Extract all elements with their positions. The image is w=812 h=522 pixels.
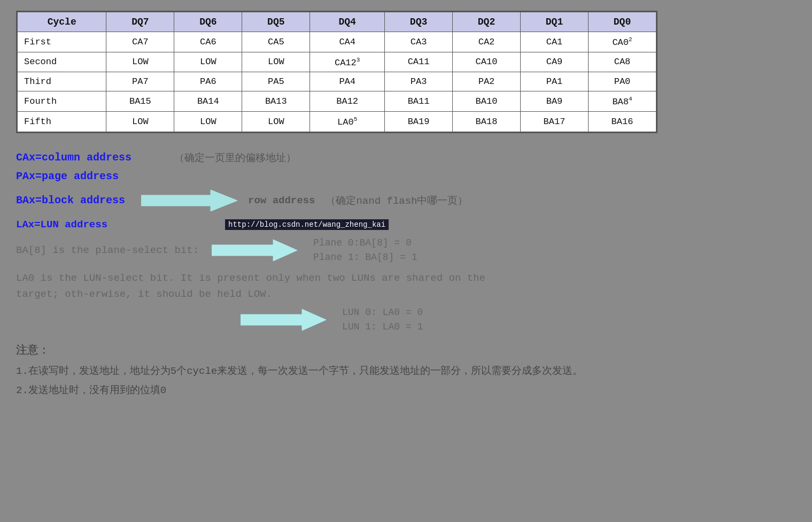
cell-dq3-3: PA3 (385, 72, 453, 91)
cell-dq4-3: PA4 (310, 72, 385, 91)
cell-dq3-5: BA19 (385, 111, 453, 132)
cell-dq0-1: CA02 (589, 32, 656, 52)
lun-info: LUN 0: LA0 = 0 LUN 1: LA0 = 1 (342, 305, 423, 334)
cell-dq0-5: BA16 (589, 111, 656, 132)
col-dq7: DQ7 (106, 12, 174, 32)
cell-dq1-5: BA17 (521, 111, 589, 132)
col-dq1: DQ1 (521, 12, 589, 32)
notes-title: 注意： (16, 342, 796, 360)
ca-chinese: （确定一页里的偏移地址） (174, 151, 296, 165)
la-legend-line: LAx=LUN address http://blog.csdn.net/wan… (16, 219, 796, 231)
col-dq0: DQ0 (589, 12, 656, 32)
cell-dq6-4: BA14 (174, 91, 242, 112)
cell-dq3-4: BA11 (385, 91, 453, 112)
cell-dq0-2: CA8 (589, 52, 656, 72)
cell-dq2-3: PA2 (453, 72, 521, 91)
row-address-label: row address (248, 195, 315, 206)
cell-dq6-3: PA6 (174, 72, 242, 91)
ba-legend-line: BAx=block address row address （确定nand fl… (16, 188, 796, 213)
cell-dq7-1: CA7 (106, 32, 174, 52)
cell-dq1-3: PA1 (521, 72, 589, 91)
plane-info: Plane 0:BA[8] = 0 Plane 1: BA[8] = 1 (313, 236, 417, 265)
cell-dq2-5: BA18 (453, 111, 521, 132)
cell-cycle-4: Fourth (18, 91, 106, 112)
cell-dq2-2: CA10 (453, 52, 521, 72)
plane-select-intro: BA[8] is the plane-select bit: (16, 244, 199, 256)
arrow-lun-icon (241, 308, 326, 332)
note-2: 2.发送地址时，没有用到的位填0 (16, 382, 796, 398)
ca-legend-line: CAx=column address （确定一页里的偏移地址） (16, 151, 796, 165)
svg-marker-1 (212, 240, 297, 261)
cell-dq5-1: CA5 (242, 32, 310, 52)
cell-dq5-3: PA5 (242, 72, 310, 91)
cell-dq7-3: PA7 (106, 72, 174, 91)
lun-select-intro: LA0 is the LUN-select bit. It is present… (16, 270, 529, 303)
table-row: First CA7 CA6 CA5 CA4 CA3 CA2 CA1 CA02 (18, 32, 656, 52)
cell-cycle-5: Fifth (18, 111, 106, 132)
cell-dq6-1: CA6 (174, 32, 242, 52)
table-row: Fifth LOW LOW LOW LA05 BA19 BA18 BA17 BA… (18, 111, 656, 132)
svg-marker-2 (241, 309, 326, 331)
cell-dq4-1: CA4 (310, 32, 385, 52)
note-1: 1.在读写时，发送地址，地址分为5个cycle来发送，每一次发送一个字节，只能发… (16, 363, 796, 379)
cell-dq0-3: PA0 (589, 72, 656, 91)
table-row: Third PA7 PA6 PA5 PA4 PA3 PA2 PA1 PA0 (18, 72, 656, 91)
cell-dq7-4: BA15 (106, 91, 174, 112)
plane-select-row: BA[8] is the plane-select bit: Plane 0:B… (16, 236, 796, 265)
cell-dq1-4: BA9 (521, 91, 589, 112)
svg-marker-0 (141, 190, 237, 211)
ba-label: BAx=block address (16, 194, 125, 206)
cell-cycle-1: First (18, 32, 106, 52)
cell-dq5-4: BA13 (242, 91, 310, 112)
cell-dq0-4: BA84 (589, 91, 656, 112)
cell-dq5-5: LOW (242, 111, 310, 132)
cell-dq2-1: CA2 (453, 32, 521, 52)
plane1-label: Plane 1: BA[8] = 1 (313, 250, 417, 265)
col-dq6: DQ6 (174, 12, 242, 32)
legend-section: CAx=column address （确定一页里的偏移地址） PAx=page… (16, 151, 796, 335)
col-cycle: Cycle (18, 12, 106, 32)
la-label: LAx=LUN address (16, 219, 107, 231)
ca-label: CAx=column address (16, 151, 132, 164)
col-dq4: DQ4 (310, 12, 385, 32)
cell-dq3-1: CA3 (385, 32, 453, 52)
cell-cycle-2: Second (18, 52, 106, 72)
address-table: Cycle DQ7 DQ6 DQ5 DQ4 DQ3 DQ2 DQ1 DQ0 Fi… (17, 12, 656, 132)
notes-section: 注意： 1.在读写时，发送地址，地址分为5个cycle来发送，每一次发送一个字节… (16, 342, 796, 398)
row-address-chinese: （确定nand flash中哪一页） (326, 194, 468, 208)
cell-dq4-5: LA05 (310, 111, 385, 132)
pa-legend-line: PAx=page address (16, 170, 796, 182)
lun0-label: LUN 0: LA0 = 0 (342, 305, 423, 320)
col-dq3: DQ3 (385, 12, 453, 32)
cell-dq4-4: BA12 (310, 91, 385, 112)
table-row: Second LOW LOW LOW CA123 CA11 CA10 CA9 C… (18, 52, 656, 72)
cell-dq1-1: CA1 (521, 32, 589, 52)
address-table-container: Cycle DQ7 DQ6 DQ5 DQ4 DQ3 DQ2 DQ1 DQ0 Fi… (16, 11, 658, 133)
lun1-label: LUN 1: LA0 = 1 (342, 320, 423, 334)
col-dq2: DQ2 (453, 12, 521, 32)
url-badge: http://blog.csdn.net/wang_zheng_kai (225, 219, 389, 230)
cell-dq2-4: BA10 (453, 91, 521, 112)
cell-dq5-2: LOW (242, 52, 310, 72)
cell-dq7-2: LOW (106, 52, 174, 72)
plane0-label: Plane 0:BA[8] = 0 (313, 236, 417, 250)
arrow-icon (141, 188, 237, 213)
cell-dq7-5: LOW (106, 111, 174, 132)
main-container: Cycle DQ7 DQ6 DQ5 DQ4 DQ3 DQ2 DQ1 DQ0 Fi… (16, 11, 796, 399)
cell-dq6-5: LOW (174, 111, 242, 132)
table-row: Fourth BA15 BA14 BA13 BA12 BA11 BA10 BA9… (18, 91, 656, 112)
cell-dq6-2: LOW (174, 52, 242, 72)
table-header-row: Cycle DQ7 DQ6 DQ5 DQ4 DQ3 DQ2 DQ1 DQ0 (18, 12, 656, 32)
pa-label: PAx=page address (16, 170, 119, 182)
lun-arrow-row: LUN 0: LA0 = 0 LUN 1: LA0 = 1 (16, 305, 796, 334)
lun-select-paragraph: LA0 is the LUN-select bit. It is present… (16, 270, 796, 303)
cell-cycle-3: Third (18, 72, 106, 91)
cell-dq1-2: CA9 (521, 52, 589, 72)
cell-dq4-2: CA123 (310, 52, 385, 72)
col-dq5: DQ5 (242, 12, 310, 32)
arrow-plane-icon (212, 239, 297, 262)
cell-dq3-2: CA11 (385, 52, 453, 72)
